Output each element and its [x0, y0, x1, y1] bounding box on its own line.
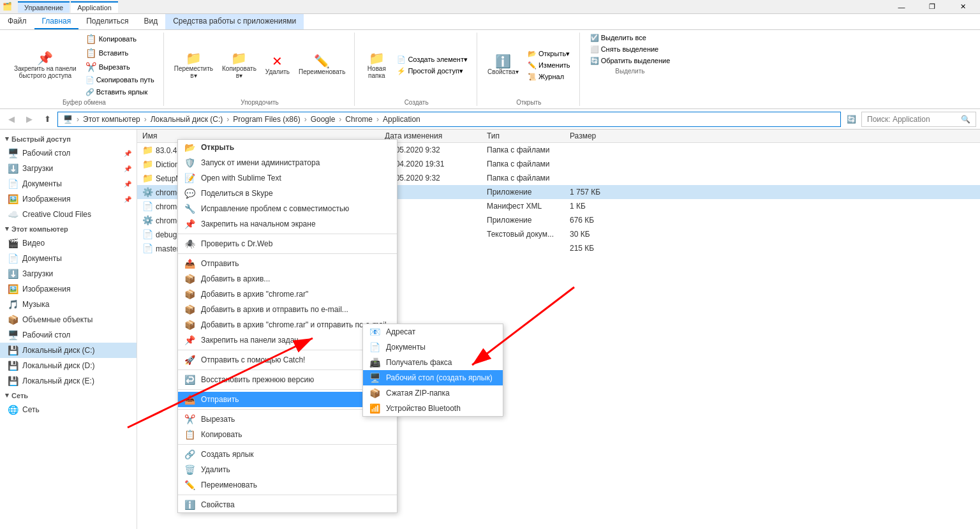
ribbon-group-select: ☑️ Выделить все ⬜ Снять выделение 🔄 Обра… [581, 33, 679, 106]
copy-path-button[interactable]: 📄 Скопировать путь [82, 75, 158, 86]
xml-icon: 📄 [142, 201, 153, 211]
deselect-button[interactable]: ⬜ Снять выделение [586, 44, 674, 55]
ctx-open[interactable]: 📂Открыть [178, 140, 397, 155]
ctx-pin-start[interactable]: 📌Закрепить на начальном экране [178, 216, 397, 232]
submenu-zip[interactable]: 📦Сжатая ZIP-папка [363, 385, 503, 401]
move-to-button[interactable]: 📁Переместитьв▾ [170, 50, 217, 80]
sidebar-item-images1[interactable]: 🖼️Изображения📌 [0, 191, 137, 207]
close-button[interactable]: ✕ [948, 0, 977, 14]
cut-ctx-icon: ✂️ [184, 414, 195, 424]
copy-to-button[interactable]: 📁Копироватьв▾ [218, 50, 260, 80]
submenu-fax[interactable]: 📠Получатель факса [363, 355, 503, 370]
ctx-compat[interactable]: 🔧Исправление проблем с совместимостью [178, 201, 397, 216]
sidebar-item-drive-c[interactable]: 💾Локальный диск (C:) [0, 343, 137, 358]
sublime-icon: 📝 [184, 173, 195, 183]
sidebar-item-images2[interactable]: 🖼️Изображения [0, 281, 137, 297]
title-tab-application[interactable]: Application [71, 1, 118, 13]
pin-quick-access-button[interactable]: 📌 Закрепить на панелибыстрого доступа [10, 50, 80, 80]
easy-access-button[interactable]: ⚡ Простой доступ▾ [393, 66, 471, 77]
sidebar-item-network[interactable]: 🌐Сеть [0, 402, 137, 417]
address-path[interactable]: 🖥️ › Этот компьютер › Локальный диск (C:… [57, 112, 841, 127]
sidebar-header-computer[interactable]: ▾ Этот компьютер [0, 222, 137, 235]
ribbon-tab-app-tools[interactable]: Средства работы с приложениями [165, 14, 304, 29]
maximize-button[interactable]: ❐ [917, 0, 947, 14]
history-button[interactable]: 📜 Журнал [524, 71, 574, 82]
ribbon-tab-file[interactable]: Файл [0, 14, 34, 29]
app-icon: 🗂️ [3, 2, 13, 12]
ribbon-tab-home[interactable]: Главная [34, 14, 79, 29]
col-header-size[interactable]: Размер [565, 131, 628, 140]
new-label: Создать [405, 99, 429, 106]
submenu-addressee[interactable]: 📧Адресат [363, 324, 503, 339]
sidebar-item-drive-e[interactable]: 💾Локальный диск (E:) [0, 373, 137, 389]
new-item-button[interactable]: 📄 Создать элемент▾ [393, 54, 471, 65]
sidebar-item-downloads1[interactable]: ⬇️Загрузки📌 [0, 161, 137, 176]
sidebar-item-drive-d[interactable]: 💾Локальный диск (D:) [0, 358, 137, 373]
ctx-skype[interactable]: 💬Поделиться в Skype [178, 186, 397, 201]
copy-button[interactable]: 📋Копировать [82, 33, 158, 45]
edit-button[interactable]: ✏️ Изменить [524, 60, 574, 71]
ribbon-group-new: 📁Новаяпапка 📄 Создать элемент▾ ⚡ Простой… [356, 33, 477, 106]
ctx-copy[interactable]: 📋Копировать [178, 427, 397, 442]
ctx-shortcut[interactable]: 🔗Создать ярлык [178, 447, 397, 462]
sidebar-item-downloads2[interactable]: ⬇️Загрузки [0, 266, 137, 281]
ctx-addarchname[interactable]: 📦Добавить в архив "chrome.rar" [178, 287, 397, 302]
path-chrome[interactable]: Chrome [345, 115, 373, 124]
sidebar-item-desktop2[interactable]: 🖥️Рабочий стол [0, 327, 137, 343]
col-header-type[interactable]: Тип [482, 131, 565, 140]
ribbon-tab-view[interactable]: Вид [136, 14, 165, 29]
music-icon: 🎵 [8, 299, 19, 309]
sidebar-header-network[interactable]: ▾ Сеть [0, 389, 137, 402]
path-programfiles[interactable]: Program Files (x86) [233, 115, 300, 124]
title-tab-management[interactable]: Управление [18, 1, 70, 13]
scissors-icon: ✂️ [85, 62, 96, 72]
invert-selection-button[interactable]: 🔄 Обратить выделение [586, 56, 674, 66]
sidebar-item-music[interactable]: 🎵Музыка [0, 297, 137, 312]
paste-button[interactable]: 📋Вставить [82, 47, 158, 59]
path-c[interactable]: Локальный диск (C:) [151, 115, 223, 124]
ctx-addarch[interactable]: 📦Добавить в архив... [178, 271, 397, 287]
sidebar-header-quickaccess[interactable]: ▾ Быстрый доступ [0, 132, 137, 145]
new-folder-button[interactable]: 📁Новаяпапка [361, 50, 392, 80]
sidebar-item-desktop1[interactable]: 🖥️Рабочий стол📌 [0, 145, 137, 161]
drweb-icon: 🕷️ [184, 239, 195, 249]
submenu-bluetooth[interactable]: 📶Устройство Bluetooth [363, 401, 503, 416]
delete-button[interactable]: ✕Удалить [262, 54, 293, 77]
ctx-delete[interactable]: 🗑️Удалить [178, 462, 397, 477]
back-button[interactable]: ◀ [4, 112, 19, 127]
up-button[interactable]: ⬆ [40, 112, 55, 127]
sidebar-item-documents2[interactable]: 📄Документы [0, 251, 137, 266]
pin-task-icon: 📌 [184, 335, 195, 345]
refresh-button[interactable]: 🔄 [843, 112, 859, 127]
path-application[interactable]: Application [383, 115, 420, 124]
sidebar-item-video[interactable]: 🎬Видео [0, 235, 137, 251]
ctx-drweb[interactable]: 🕷️Проверить с Dr.Web [178, 236, 397, 251]
path-google[interactable]: Google [311, 115, 336, 124]
forward-button[interactable]: ▶ [22, 112, 37, 127]
minimize-button[interactable]: — [887, 0, 916, 14]
video-icon: 🎬 [8, 238, 19, 248]
sidebar-item-creative-cloud[interactable]: ☁️Creative Cloud Files [0, 207, 137, 222]
ctx-send1[interactable]: 📤Отправить [178, 256, 397, 271]
path-computer[interactable]: Этот компьютер [83, 115, 140, 124]
ctx-sublime[interactable]: 📝Open with Sublime Text [178, 170, 397, 186]
title-bar-tabs: Управление Application [18, 1, 118, 13]
search-input[interactable] [867, 115, 958, 124]
cut-button[interactable]: ✂️Вырезать [82, 61, 158, 73]
ctx-rename[interactable]: ✏️Переименовать [178, 477, 397, 493]
img-icon: 🖼️ [8, 284, 19, 294]
submenu-documents[interactable]: 📄Документы [363, 339, 503, 355]
rename-button[interactable]: ✏️Переименовать [295, 54, 349, 77]
sidebar-item-documents1[interactable]: 📄Документы📌 [0, 176, 137, 191]
properties-button[interactable]: ℹ️Свойства▾ [484, 54, 523, 77]
ctx-props[interactable]: ℹ️Свойства [178, 497, 397, 512]
submenu-desktop[interactable]: 🖥️Рабочий стол (создать ярлык) [363, 370, 503, 385]
sidebar-item-3d[interactable]: 📦Объемные объекты [0, 312, 137, 327]
paste-shortcut-button[interactable]: 🔗 Вставить ярлык [82, 87, 158, 98]
open-button[interactable]: 📂 Открыть▾ [524, 48, 574, 59]
ctx-run-admin[interactable]: 🛡️Запуск от имени администратора [178, 155, 397, 170]
ctx-addarch-email[interactable]: 📦Добавить в архив и отправить по e-mail.… [178, 302, 397, 317]
desktop-icon: 🖥️ [8, 148, 19, 158]
select-all-button[interactable]: ☑️ Выделить все [586, 33, 674, 43]
ribbon-tab-share[interactable]: Поделиться [78, 14, 136, 29]
